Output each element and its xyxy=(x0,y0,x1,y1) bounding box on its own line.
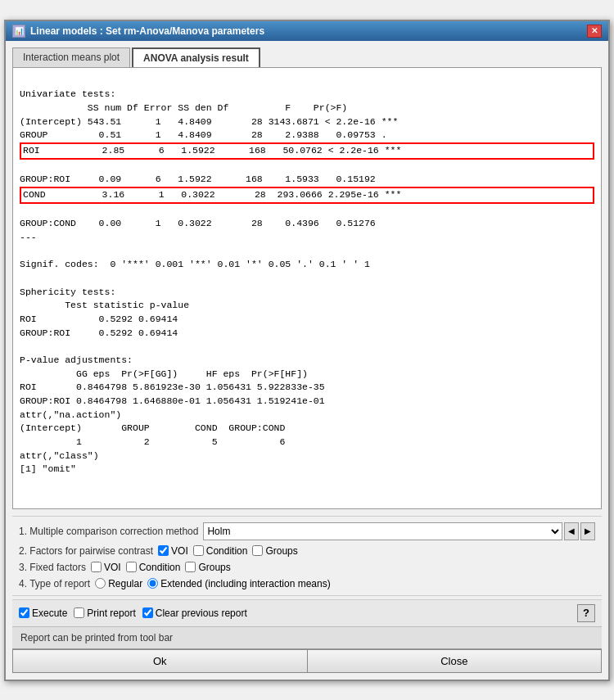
control-row-3: 3. Fixed factors VOI Condition Groups xyxy=(12,559,602,576)
pvalue-header: GG eps Pr(>F[GG]) HF eps Pr(>F[HF]) xyxy=(20,368,308,379)
condition3-label: Condition xyxy=(139,562,181,573)
control-row-1: 1. Multiple comparison correction method… xyxy=(12,520,602,543)
tab-anova-analysis-result[interactable]: ANOVA analysis result xyxy=(132,47,260,67)
groups2-checkbox-label[interactable]: Groups xyxy=(252,545,297,557)
clear-label: Clear previous report xyxy=(156,607,247,619)
condition2-checkbox[interactable] xyxy=(193,545,204,556)
print-label: Print report xyxy=(87,607,135,619)
nav-prev-button[interactable]: ◀ xyxy=(564,522,579,540)
results-header: SS num Df Error SS den Df F Pr(>F) xyxy=(20,102,364,113)
groups2-label: Groups xyxy=(265,545,297,557)
window-title: Linear models : Set rm-Anova/Manova para… xyxy=(30,25,264,37)
voi2-label: VOI xyxy=(171,545,188,557)
sphericity-header: Test statistic p-value xyxy=(20,300,189,310)
groups2-checkbox[interactable] xyxy=(252,545,263,556)
attr2-value: [1] "omit" xyxy=(20,463,76,474)
condition3-checkbox[interactable] xyxy=(126,562,137,572)
condition2-label: Condition xyxy=(206,545,248,557)
section2-title: Sphericity tests: xyxy=(20,287,115,297)
row-group-roi: GROUP:ROI 0.09 6 1.5922 168 1.5933 0.151… xyxy=(20,174,392,184)
extended-radio-label[interactable]: Extended (including interaction means) xyxy=(147,578,330,589)
regular-label: Regular xyxy=(108,578,142,589)
section3-title: P-value adjustments: xyxy=(20,355,133,365)
voi3-checkbox-label[interactable]: VOI xyxy=(91,562,121,573)
app-icon: 📊 xyxy=(12,25,25,38)
execute-checkbox[interactable] xyxy=(19,607,29,618)
window-body: Interaction means plot ANOVA analysis re… xyxy=(6,41,608,680)
help-button[interactable]: ? xyxy=(577,604,595,622)
print-checkbox[interactable] xyxy=(74,607,84,618)
main-window: 📊 Linear models : Set rm-Anova/Manova pa… xyxy=(4,20,610,681)
groups3-label: Groups xyxy=(198,562,230,573)
pvalue-row-roi: ROI 0.8464798 5.861923e-30 1.056431 5.92… xyxy=(20,382,325,392)
tab-bar: Interaction means plot ANOVA analysis re… xyxy=(12,47,602,67)
regular-radio-label[interactable]: Regular xyxy=(95,578,142,589)
row-group: GROUP 0.51 1 4.8409 28 2.9388 0.09753 . xyxy=(20,129,392,140)
extended-label: Extended (including interaction means) xyxy=(160,578,330,589)
correction-method-select[interactable]: Holm Bonferroni BH BY Hochberg Hommel No… xyxy=(203,522,562,540)
row-intercept: (Intercept) 543.51 1 4.8409 28 3143.6871… xyxy=(20,116,398,127)
condition3-checkbox-label[interactable]: Condition xyxy=(126,562,181,573)
footer-bar: Ok Close xyxy=(12,648,602,673)
close-icon[interactable]: ✕ xyxy=(587,25,602,38)
bottom-bar: Execute Print report Clear previous repo… xyxy=(12,599,602,626)
control-row-4: 4. Type of report Regular Extended (incl… xyxy=(12,576,602,592)
sphericity-row-group-roi: GROUP:ROI 0.5292 0.69414 xyxy=(20,327,178,338)
print-checkbox-label[interactable]: Print report xyxy=(74,607,135,619)
controls-area: 1. Multiple comparison correction method… xyxy=(12,516,602,626)
execute-checkbox-label[interactable]: Execute xyxy=(19,607,67,619)
signif-codes: Signif. codes: 0 '***' 0.001 '**' 0.01 '… xyxy=(20,259,370,269)
voi2-checkbox-label[interactable]: VOI xyxy=(158,545,188,557)
ok-button[interactable]: Ok xyxy=(12,649,307,673)
condition2-checkbox-label[interactable]: Condition xyxy=(193,545,248,557)
voi3-label: VOI xyxy=(104,562,121,573)
clear-checkbox-label[interactable]: Clear previous report xyxy=(142,607,247,619)
fixed-factors-label: 3. Fixed factors xyxy=(19,562,86,573)
tab-interaction-means-plot[interactable]: Interaction means plot xyxy=(12,47,130,67)
groups3-checkbox-label[interactable]: Groups xyxy=(185,562,230,573)
report-bar: Report can be printed from tool bar xyxy=(12,626,602,648)
sphericity-row-roi: ROI 0.5292 0.69414 xyxy=(20,314,178,324)
attr1-nums: 1 2 5 6 xyxy=(20,436,285,447)
attr1-values: (Intercept) GROUP COND GROUP:COND xyxy=(20,422,285,433)
control-row-2: 2. Factors for pairwise contrast VOI Con… xyxy=(12,543,602,559)
execute-label: Execute xyxy=(32,607,67,619)
attr1-line: attr(,"na.action") xyxy=(20,409,121,420)
regular-radio[interactable] xyxy=(95,578,106,589)
report-type-label: 4. Type of report xyxy=(19,578,90,589)
extended-radio[interactable] xyxy=(147,578,158,589)
attr2-line: attr(,"class") xyxy=(20,450,99,461)
voi2-checkbox[interactable] xyxy=(158,545,169,556)
correction-method-container: Holm Bonferroni BH BY Hochberg Hommel No… xyxy=(203,522,595,540)
row-group-cond: GROUP:COND 0.00 1 0.3022 28 0.4396 0.512… xyxy=(20,218,392,228)
section1-title: Univariate tests: xyxy=(20,88,115,99)
row-cond: COND 3.16 1 0.3022 28 293.0666 2.295e-16… xyxy=(20,187,594,204)
close-button[interactable]: Close xyxy=(307,649,603,673)
correction-method-label: 1. Multiple comparison correction method xyxy=(19,526,198,537)
clear-checkbox[interactable] xyxy=(142,607,153,618)
results-panel: Univariate tests: SS num Df Error SS den… xyxy=(12,67,602,509)
title-bar: 📊 Linear models : Set rm-Anova/Manova pa… xyxy=(6,21,608,41)
pvalue-row-group-roi: GROUP:ROI 0.8464798 1.646880e-01 1.05643… xyxy=(20,395,325,406)
report-bar-text: Report can be printed from tool bar xyxy=(20,632,173,644)
separator: --- xyxy=(20,232,37,242)
row-roi: ROI 2.85 6 1.5922 168 50.0762 < 2.2e-16 … xyxy=(20,142,594,160)
groups3-checkbox[interactable] xyxy=(185,562,196,572)
nav-next-button[interactable]: ▶ xyxy=(580,522,595,540)
voi3-checkbox[interactable] xyxy=(91,562,102,572)
pairwise-contrast-label: 2. Factors for pairwise contrast xyxy=(19,545,153,557)
